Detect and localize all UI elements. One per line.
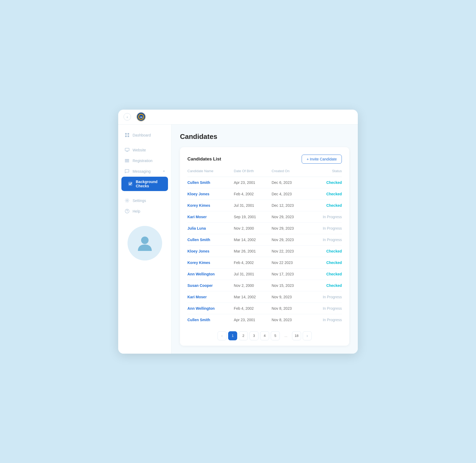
svg-rect-11	[125, 162, 129, 162]
table-row[interactable]: Kloey Jones Mar 26, 2001 Nov 22, 2023 Ch…	[187, 245, 342, 257]
svg-rect-8	[125, 148, 129, 151]
pagination-page-5[interactable]: 5	[271, 331, 280, 340]
card-header: Candidates List + Invite Candidate	[187, 155, 342, 164]
candidate-name: Ann Wellington	[187, 268, 234, 280]
svg-rect-4	[125, 133, 127, 135]
svg-rect-10	[125, 160, 129, 161]
invite-candidate-button[interactable]: + Invite Candidate	[302, 155, 342, 164]
candidate-created: Dec 6, 2023	[272, 177, 309, 188]
candidate-status: Checked	[309, 257, 342, 268]
candidate-status: Checked	[309, 245, 342, 257]
table-row[interactable]: Korey Kimes Jul 31, 2001 Dec 12, 2023 Ch…	[187, 200, 342, 211]
sidebar-item-messaging[interactable]: Messaging ▾	[118, 166, 171, 177]
table-row[interactable]: Ann Wellington Feb 4, 2002 Nov 8, 2023 I…	[187, 303, 342, 314]
pagination-page-3[interactable]: 3	[249, 331, 258, 340]
candidate-created: Nov 8, 2023	[272, 314, 309, 325]
candidate-status: In Progress	[309, 234, 342, 245]
list-icon	[125, 158, 129, 163]
table-row[interactable]: Kloey Jones Feb 4, 2002 Dec 4, 2023 Chec…	[187, 188, 342, 200]
team-logo: GS	[136, 112, 146, 122]
candidate-dob: Jul 31, 2001	[234, 200, 272, 211]
gsw-logo-svg: GS	[137, 113, 145, 121]
candidate-name: Julia Luna	[187, 222, 234, 234]
candidate-created: Dec 4, 2023	[272, 188, 309, 200]
avatar-circle	[128, 226, 162, 261]
table-row[interactable]: Kari Moser Mar 14, 2002 Nov 9, 2023 In P…	[187, 291, 342, 303]
sidebar-item-dashboard-label: Dashboard	[133, 133, 151, 137]
sidebar-item-background-checks-label: Background Checks	[136, 180, 162, 188]
candidate-name: Cullen Smith	[187, 314, 234, 325]
sidebar-avatar-area	[126, 225, 163, 262]
page-title: Candidates	[180, 133, 349, 141]
sidebar-item-settings-label: Settings	[133, 199, 146, 203]
candidates-table-wrap: Candidate Name Date Of Birth Created On …	[187, 169, 342, 325]
candidate-created: Nov 29, 2023	[272, 222, 309, 234]
candidate-dob: Feb 4, 2002	[234, 303, 272, 314]
candidate-name: Ann Wellington	[187, 303, 234, 314]
candidate-dob: Sep 19, 2001	[234, 211, 272, 222]
check-square-icon	[128, 181, 133, 186]
grid-icon	[125, 133, 129, 138]
candidate-name: Korey Kimes	[187, 200, 234, 211]
candidate-created: Nov 9, 2023	[272, 291, 309, 303]
sidebar-item-website-label: Website	[133, 148, 146, 152]
candidates-table: Candidate Name Date Of Birth Created On …	[187, 169, 342, 325]
candidate-dob: Feb 4, 2002	[234, 257, 272, 268]
candidate-created: Nov 8, 2023	[272, 303, 309, 314]
main-content: Candidates Candidates List + Invite Cand…	[171, 125, 358, 354]
col-header-created: Created On	[272, 169, 309, 177]
candidate-name: Cullen Smith	[187, 234, 234, 245]
pagination-page-4[interactable]: 4	[260, 331, 269, 340]
pagination-page-18[interactable]: 18	[292, 331, 301, 340]
candidate-dob: Apr 23, 2001	[234, 177, 272, 188]
pagination-page-2[interactable]: 2	[239, 331, 248, 340]
table-row[interactable]: Korey Kimes Feb 4, 2002 Nov 22 2023 Chec…	[187, 257, 342, 268]
candidate-dob: Nov 2, 2000	[234, 222, 272, 234]
table-row[interactable]: Kari Moser Sep 19, 2001 Nov 29, 2023 In …	[187, 211, 342, 222]
svg-point-16	[141, 237, 149, 244]
svg-text:GS: GS	[140, 116, 142, 118]
app-window: ‹ GS	[118, 110, 358, 354]
candidate-created: Nov 22 2023	[272, 257, 309, 268]
table-row[interactable]: Cullen Smith Mar 14, 2002 Nov 29, 2023 I…	[187, 234, 342, 245]
table-row[interactable]: Ann Wellington Jul 31, 2001 Nov 17, 2023…	[187, 268, 342, 280]
col-header-dob: Date Of Birth	[234, 169, 272, 177]
question-icon	[125, 209, 129, 214]
pagination: ‹ 1 2 3 4 5 ... 18 ›	[187, 331, 342, 340]
table-row[interactable]: Julia Luna Nov 2, 2000 Nov 29, 2023 In P…	[187, 222, 342, 234]
sidebar-item-help[interactable]: Help	[118, 206, 171, 217]
messaging-chevron-icon: ▾	[163, 170, 165, 173]
candidate-name: Susan Cooper	[187, 280, 234, 291]
candidate-created: Nov 17, 2023	[272, 268, 309, 280]
gear-icon	[125, 198, 129, 203]
candidate-status: In Progress	[309, 211, 342, 222]
collapse-sidebar-button[interactable]: ‹	[124, 113, 131, 121]
sidebar-item-registration[interactable]: Registration	[118, 155, 171, 166]
svg-point-13	[126, 200, 128, 201]
main-layout: Dashboard Website	[118, 125, 358, 354]
logo-area: GS	[136, 112, 146, 122]
monitor-icon	[125, 148, 129, 152]
sidebar-item-website[interactable]: Website	[118, 145, 171, 155]
pagination-prev-button[interactable]: ‹	[218, 331, 227, 340]
candidate-name: Kari Moser	[187, 211, 234, 222]
candidate-status: Checked	[309, 177, 342, 188]
sidebar-item-background-checks[interactable]: Background Checks	[121, 177, 168, 191]
sidebar-item-dashboard[interactable]: Dashboard	[118, 130, 171, 140]
candidate-name: Korey Kimes	[187, 257, 234, 268]
candidate-name: Cullen Smith	[187, 177, 234, 188]
svg-rect-7	[128, 135, 129, 137]
pagination-next-button[interactable]: ›	[303, 331, 312, 340]
candidate-status: In Progress	[309, 222, 342, 234]
pagination-page-1[interactable]: 1	[228, 331, 237, 340]
table-row[interactable]: Susan Cooper Nov 2, 2000 Nov 15, 2023 Ch…	[187, 280, 342, 291]
sidebar-item-registration-label: Registration	[133, 159, 153, 163]
table-row[interactable]: Cullen Smith Apr 23, 2001 Dec 6, 2023 Ch…	[187, 177, 342, 188]
sidebar-item-settings[interactable]: Settings	[118, 195, 171, 206]
table-row[interactable]: Cullen Smith Apr 23, 2001 Nov 8, 2023 In…	[187, 314, 342, 325]
sidebar: Dashboard Website	[118, 125, 171, 354]
svg-rect-6	[125, 135, 127, 137]
candidate-name: Kloey Jones	[187, 188, 234, 200]
top-bar: ‹ GS	[118, 110, 358, 125]
svg-point-15	[127, 212, 127, 212]
